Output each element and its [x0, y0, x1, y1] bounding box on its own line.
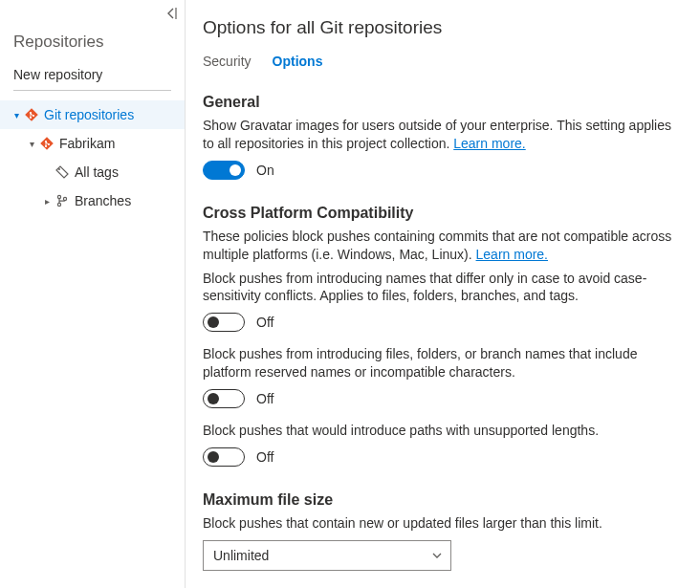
tree-label: Git repositories: [44, 107, 134, 122]
main-content: Options for all Git repositories Securit…: [186, 0, 700, 588]
case-sensitivity-toggle-state: Off: [256, 315, 273, 330]
repo-tree: ▾ Git repositories ▾ Fabrikam All: [0, 97, 185, 215]
chevron-down-icon: ▾: [25, 139, 38, 149]
svg-point-10: [57, 195, 60, 198]
reserved-names-toggle-state: Off: [256, 391, 273, 406]
tabs: Security Options: [203, 54, 681, 73]
tab-security[interactable]: Security: [203, 54, 252, 73]
tree-branches[interactable]: ▸ Branches: [0, 186, 185, 215]
learn-more-link[interactable]: Learn more.: [453, 136, 525, 151]
sidebar: Repositories New repository ▾ Git reposi…: [0, 0, 186, 588]
new-repository-link[interactable]: New repository: [0, 61, 185, 90]
compat-desc-text: These policies block pushes containing c…: [203, 229, 671, 262]
chevron-down-icon: ▾: [10, 110, 23, 120]
gravatar-toggle-state: On: [256, 163, 274, 178]
maxsize-desc: Block pushes that contain new or updated…: [203, 514, 681, 533]
learn-more-link[interactable]: Learn more.: [476, 247, 548, 262]
chevron-right-icon: ▸: [40, 196, 54, 207]
path-length-toggle[interactable]: [203, 447, 245, 467]
svg-point-12: [63, 197, 66, 200]
tree-all-tags[interactable]: All tags: [0, 158, 185, 186]
branch-icon: [54, 194, 71, 207]
section-heading-compat: Cross Platform Compatibility: [203, 205, 681, 222]
path-length-toggle-state: Off: [256, 449, 273, 465]
general-desc-text: Show Gravatar images for users outside o…: [203, 118, 671, 151]
tree-label: All tags: [75, 164, 119, 180]
tab-options[interactable]: Options: [273, 54, 323, 73]
page-title: Options for all Git repositories: [203, 17, 681, 38]
git-icon: [23, 108, 40, 121]
gravatar-toggle[interactable]: [203, 161, 245, 180]
tree-label: Branches: [75, 193, 131, 208]
tag-icon: [54, 165, 71, 179]
max-file-size-select[interactable]: Unlimited: [203, 540, 451, 571]
compat-description: These policies block pushes containing c…: [203, 228, 681, 264]
tree-project-fabrikam[interactable]: ▾ Fabrikam: [0, 129, 185, 158]
reserved-names-toggle[interactable]: [203, 389, 245, 408]
compat-opt3-desc: Block pushes that would introduce paths …: [203, 422, 681, 440]
max-file-size-value: Unlimited: [213, 548, 269, 563]
case-sensitivity-toggle[interactable]: [203, 313, 245, 332]
collapse-sidebar-icon[interactable]: [167, 8, 177, 27]
tree-root-git-repositories[interactable]: ▾ Git repositories: [0, 100, 185, 129]
sidebar-title: Repositories: [0, 27, 185, 61]
sidebar-separator: [13, 90, 171, 91]
tree-label: Fabrikam: [59, 136, 115, 151]
section-heading-general: General: [203, 94, 681, 111]
compat-opt2-desc: Block pushes from introducing files, fol…: [203, 345, 681, 381]
svg-point-11: [57, 203, 60, 206]
general-description: Show Gravatar images for users outside o…: [203, 117, 681, 153]
svg-point-9: [58, 168, 60, 170]
chevron-down-icon: [431, 550, 443, 561]
section-heading-maxsize: Maximum file size: [203, 491, 681, 509]
git-icon: [38, 137, 55, 150]
compat-opt1-desc: Block pushes from introducing names that…: [203, 270, 681, 306]
